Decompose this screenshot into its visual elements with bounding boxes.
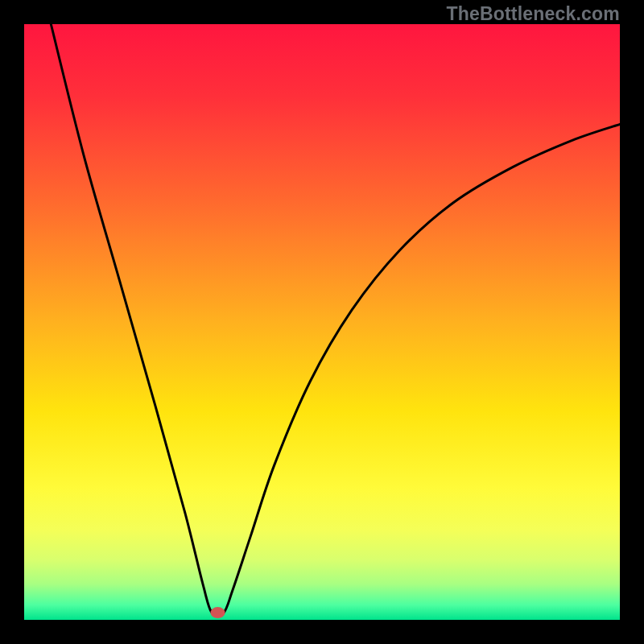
watermark-text: TheBottleneck.com <box>446 3 620 25</box>
chart-frame: TheBottleneck.com <box>0 0 644 644</box>
gradient-background <box>24 24 620 620</box>
bottleneck-chart <box>24 24 620 620</box>
optimal-point-marker <box>211 607 225 618</box>
plot-area <box>24 24 620 620</box>
